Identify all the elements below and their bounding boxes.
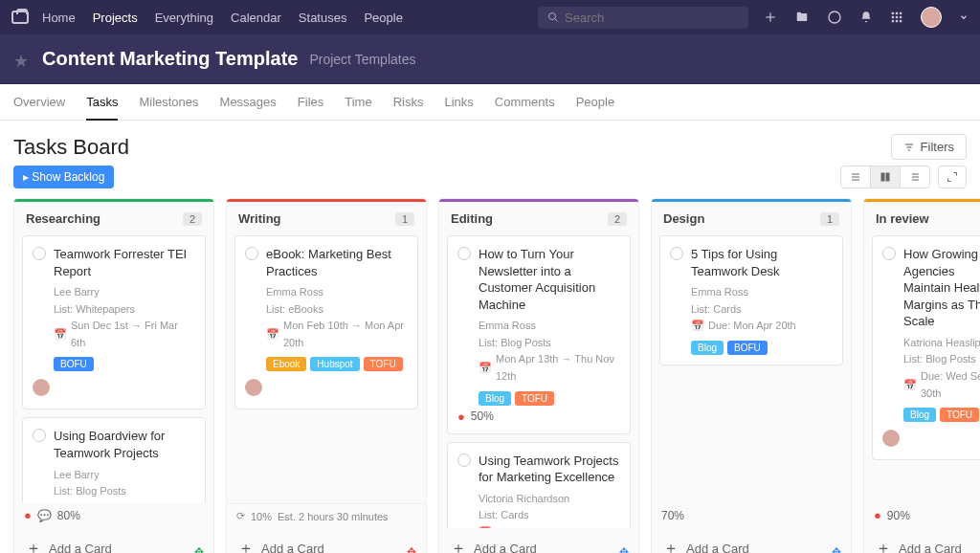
card-list: List: Blog Posts	[903, 351, 980, 368]
check-icon[interactable]	[457, 453, 471, 467]
check-icon[interactable]	[882, 247, 896, 260]
chevron-down-icon[interactable]	[959, 12, 969, 22]
bell-icon[interactable]	[859, 11, 873, 24]
search-box[interactable]	[538, 7, 748, 29]
tag: Blog	[903, 408, 936, 422]
board-header: Tasks Board Filters	[0, 121, 980, 166]
folder-icon[interactable]	[794, 11, 810, 24]
card-list: List: Whitepapers	[54, 301, 195, 319]
card-title: How to Turn Your Newsletter into a Custo…	[479, 246, 620, 313]
task-card[interactable]: Using Teamwork Projects for Marketing Ex…	[447, 442, 631, 528]
plus-icon: ＋	[451, 539, 466, 553]
logo-icon[interactable]	[11, 11, 29, 24]
task-card[interactable]: How Growing Agencies Maintain Healthy Ma…	[872, 235, 980, 460]
add-card-label: Add a Card	[261, 542, 324, 553]
tab-milestones[interactable]: Milestones	[139, 85, 198, 119]
tab-links[interactable]: Links	[444, 85, 473, 119]
nav-projects[interactable]: Projects	[93, 11, 138, 25]
card-list: List: Cards	[479, 507, 620, 524]
svg-rect-12	[896, 20, 898, 22]
tab-time[interactable]: Time	[345, 85, 371, 119]
view-compact[interactable]	[901, 166, 929, 188]
expand-button[interactable]	[938, 166, 967, 188]
task-card[interactable]: Teamwork Forrester TEI Report Lee Barry …	[22, 235, 206, 409]
card-assignee: Emma Ross	[691, 284, 833, 301]
svg-rect-21	[886, 173, 890, 182]
nav-people[interactable]: People	[364, 11, 402, 25]
check-icon[interactable]	[33, 247, 46, 260]
card-title: Using Teamwork Projects for Marketing Ex…	[479, 453, 620, 486]
svg-rect-8	[892, 16, 894, 18]
search-icon	[547, 11, 559, 23]
corner-icon[interactable]: ✥	[407, 545, 416, 553]
tab-files[interactable]: Files	[298, 85, 323, 119]
tag: Ebook	[266, 357, 306, 371]
corner-icon[interactable]: ✥	[194, 545, 204, 553]
column-count: 2	[608, 212, 627, 226]
apps-icon[interactable]	[890, 11, 903, 24]
tab-overview[interactable]: Overview	[13, 85, 65, 119]
svg-rect-11	[892, 20, 894, 22]
comment-icon: 💬	[37, 509, 52, 522]
corner-icon[interactable]: ✥	[832, 545, 841, 553]
alert-icon: ●	[24, 508, 32, 522]
task-card[interactable]: 5 Tips for Using Teamwork Desk Emma Ross…	[659, 235, 843, 365]
tag: BOFU	[727, 341, 768, 355]
column-count: 1	[395, 212, 414, 226]
svg-rect-9	[896, 16, 898, 18]
search-input[interactable]	[565, 11, 739, 25]
add-card-button[interactable]: ＋Add a Card	[227, 528, 426, 553]
view-board[interactable]	[871, 166, 901, 188]
plus-icon[interactable]	[764, 11, 777, 24]
progress-pct: 10%	[251, 511, 272, 522]
check-icon[interactable]	[457, 247, 471, 260]
column-percent: 70%	[652, 503, 851, 528]
star-icon[interactable]: ★	[13, 51, 31, 68]
column-in-review: In review How Growing Agencies Maintain …	[863, 198, 980, 553]
svg-rect-10	[900, 16, 902, 18]
user-avatar[interactable]	[921, 7, 942, 28]
column-editing: Editing2 How to Turn Your Newsletter int…	[438, 198, 639, 553]
project-title: Content Marketing Template	[42, 48, 298, 70]
task-card[interactable]: Using Boardview for Teamwork Projects Le…	[22, 417, 206, 502]
add-card-button[interactable]: ＋Add a Card	[652, 528, 851, 553]
project-subtitle: Project Templates	[309, 52, 415, 67]
chat-icon[interactable]	[827, 10, 842, 25]
add-card-button[interactable]: ＋Add a Card	[439, 528, 638, 553]
nav-everything[interactable]: Everything	[155, 11, 213, 25]
corner-icon[interactable]: ✥	[619, 545, 629, 553]
card-date: 📅 Sun Dec 1st → Fri Mar 6th	[54, 318, 195, 351]
view-list[interactable]	[841, 166, 871, 188]
topbar: Home Projects Everything Calendar Status…	[0, 0, 980, 34]
nav-statuses[interactable]: Statuses	[299, 11, 347, 25]
show-backlog-button[interactable]: ▸ Show Backlog	[13, 166, 114, 188]
tab-tasks[interactable]: Tasks	[86, 85, 118, 121]
nav-calendar[interactable]: Calendar	[231, 11, 281, 25]
task-card[interactable]: eBook: Marketing Best Practices Emma Ros…	[234, 235, 418, 409]
plus-icon: ＋	[238, 539, 254, 553]
add-card-button[interactable]: ＋Add a Card	[864, 528, 980, 553]
board: Researching2 Teamwork Forrester TEI Repo…	[0, 198, 980, 553]
filters-button[interactable]: Filters	[891, 134, 967, 160]
card-title: How Growing Agencies Maintain Healthy Ma…	[903, 246, 980, 330]
tab-comments[interactable]: Comments	[495, 85, 555, 119]
column-title: Editing	[451, 211, 493, 226]
check-icon[interactable]	[33, 429, 46, 442]
card-assignee: Emma Ross	[479, 318, 620, 335]
tab-risks[interactable]: Risks	[393, 85, 424, 119]
card-assignee: Lee Barry	[54, 467, 195, 484]
check-icon[interactable]	[245, 247, 258, 260]
avatar	[882, 430, 900, 447]
percent: 80%	[57, 509, 80, 522]
svg-rect-6	[896, 12, 898, 14]
check-icon[interactable]	[670, 247, 683, 260]
avatar	[33, 379, 50, 396]
tab-people[interactable]: People	[576, 85, 614, 119]
svg-rect-20	[881, 173, 885, 182]
nav-home[interactable]: Home	[42, 11, 76, 25]
column-writing: Writing1 eBook: Marketing Best Practices…	[226, 198, 427, 553]
tab-messages[interactable]: Messages	[220, 85, 277, 119]
add-card-button[interactable]: ＋Add a Card	[14, 528, 213, 553]
task-card[interactable]: How to Turn Your Newsletter into a Custo…	[447, 235, 631, 434]
add-card-label: Add a Card	[474, 542, 537, 553]
